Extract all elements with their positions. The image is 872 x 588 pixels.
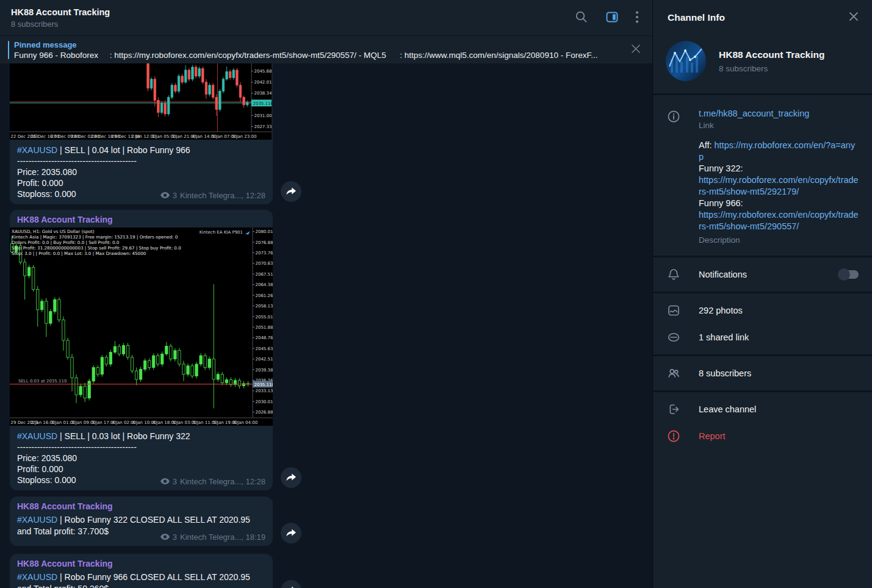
svg-text:2042.010: 2042.010: [254, 80, 272, 85]
notifications-row[interactable]: Notifications: [653, 261, 872, 288]
media-section: 292 photos 1 shared link: [653, 293, 872, 354]
forward-button[interactable]: [281, 523, 301, 543]
views-eye-icon: [160, 532, 170, 542]
menu-button[interactable]: [635, 10, 639, 26]
hashtag-link[interactable]: #XAUUSD: [17, 515, 57, 525]
svg-text:2080.010: 2080.010: [256, 229, 273, 234]
forward-button[interactable]: [281, 580, 301, 588]
channel-profile-texts: HK88 Account Tracking 8 subscribers: [719, 49, 824, 73]
message-bubble-4: HK88 Account Tracking #XAUUSD | Robo Fun…: [10, 554, 273, 588]
link-caption: Link: [699, 121, 859, 130]
panel-title: Channel Info: [668, 12, 848, 23]
svg-text:2058.135: 2058.135: [256, 304, 273, 309]
people-icon: [666, 366, 682, 381]
svg-text:XAUUSD, H1: Gold vs US Dollar: XAUUSD, H1: Gold vs US Dollar (spot): [12, 229, 95, 234]
separator-dashes: ----------------------------------------…: [17, 442, 265, 453]
forward-button[interactable]: [281, 467, 301, 488]
svg-text:2048.760: 2048.760: [256, 335, 273, 340]
forward-arrow-icon: [286, 584, 297, 588]
views-count: 3: [173, 191, 177, 200]
subscribers-row[interactable]: 8 subscribers: [653, 360, 872, 387]
svg-text:Kintech EA KIA P901: Kintech EA KIA P901: [200, 230, 243, 235]
svg-text:2039.385: 2039.385: [256, 368, 273, 373]
chat-pane: HK88 Account Tracking 8 subscribers: [0, 0, 652, 588]
chat-header: HK88 Account Tracking 8 subscribers: [0, 0, 652, 35]
notifications-toggle[interactable]: [839, 270, 859, 279]
chat-title: HK88 Account Tracking: [11, 7, 574, 17]
channel-author-name[interactable]: HK88 Account Tracking: [10, 210, 273, 228]
notifications-section: Notifications: [653, 257, 872, 292]
kebab-menu-icon: [635, 10, 639, 26]
svg-text:Orders Profit: 0.0 | Buy Profi: Orders Profit: 0.0 | Buy Profit: 0.0 | S…: [12, 240, 120, 245]
trade-chart-image-1[interactable]: 2045.6802042.0102038.3402031.0002027.330…: [10, 63, 273, 140]
shared-links-row[interactable]: 1 shared link: [653, 324, 872, 351]
message-footer: 3 Kintech Telegra..., 12:28: [160, 191, 265, 200]
chat-header-titles[interactable]: HK88 Account Tracking 8 subscribers: [11, 7, 574, 29]
views-count: 3: [173, 532, 177, 542]
channel-author-name[interactable]: HK88 Account Tracking: [10, 497, 273, 514]
info-icon: [666, 109, 682, 126]
svg-text:2067.510: 2067.510: [256, 272, 273, 277]
shared-links-label: 1 shared link: [699, 332, 749, 342]
svg-text:5 Jan 23:00: 5 Jan 23:00: [232, 134, 257, 139]
svg-text:2061.260: 2061.260: [256, 293, 273, 298]
message-bubble-3: HK88 Account Tracking #XAUUSD | Robo Fun…: [10, 497, 273, 546]
chat-header-actions: [574, 10, 643, 26]
svg-text:2070.635: 2070.635: [256, 261, 273, 266]
svg-text:SELL 0.03 at 2035.110: SELL 0.03 at 2035.110: [18, 379, 67, 384]
svg-text:2073.760: 2073.760: [256, 251, 273, 256]
channel-description: Aff: https://my.roboforex.com/en/?a=anyp…: [699, 140, 859, 246]
message-footer: 3 Kintech Telegra..., 12:28: [160, 477, 265, 486]
pinned-message-bar[interactable]: Pinned message Funny 966 - Roboforex : h…: [0, 35, 652, 63]
channel-link[interactable]: t.me/hk88_account_tracking: [699, 109, 859, 118]
aff-link[interactable]: https://my.roboforex.com/en/?a=anyp: [699, 140, 855, 162]
pinned-close-button[interactable]: [630, 43, 641, 56]
hashtag-link[interactable]: #XAUUSD: [17, 431, 57, 441]
link-row[interactable]: t.me/hk88_account_tracking Link Aff: htt…: [653, 102, 872, 246]
actions-section: Leave channel Report: [653, 392, 872, 453]
svg-text:Kintech Asia | Magic: 37091323: Kintech Asia | Magic: 37091323 | Free ma…: [12, 234, 178, 240]
telegram-app: HK88 Account Tracking 8 subscribers: [0, 0, 872, 588]
message-row: 2045.6802042.0102038.3402031.0002027.330…: [10, 63, 652, 204]
svg-text:2064.385: 2064.385: [256, 282, 273, 287]
toggle-knob: [838, 268, 850, 281]
report-row[interactable]: Report: [653, 423, 872, 450]
toggle-sidebar-button[interactable]: [605, 10, 619, 26]
photos-row[interactable]: 292 photos: [653, 297, 872, 324]
search-icon: [574, 10, 589, 26]
views-eye-icon: [160, 477, 170, 486]
trade-chart-image-2[interactable]: 2080.0102076.8852073.7602070.6352067.510…: [10, 228, 273, 426]
svg-text:2051.885: 2051.885: [256, 325, 273, 330]
profit-line: Profit: 0.000: [17, 177, 265, 188]
channel-author-name[interactable]: HK88 Account Tracking: [10, 554, 273, 572]
profit-line: Profit: 0.000: [17, 464, 265, 475]
price-line: Price: 2035.080: [17, 167, 265, 177]
svg-text:2076.885: 2076.885: [256, 240, 273, 245]
forward-button[interactable]: [281, 181, 301, 202]
funny966-link[interactable]: https://my.roboforex.com/en/copyfx/trade…: [699, 209, 859, 232]
svg-text:2042.510: 2042.510: [256, 357, 273, 362]
message-bubble-2: HK88 Account Tracking 2080.0102076.88520…: [10, 210, 273, 490]
link-texts: t.me/hk88_account_tracking Link Aff: htt…: [699, 109, 859, 246]
panel-close-button[interactable]: [848, 10, 860, 24]
svg-text:2035.110: 2035.110: [253, 101, 272, 106]
message-row: HK88 Account Tracking #XAUUSD | Robo Fun…: [10, 497, 652, 546]
hashtag-link[interactable]: #XAUUSD: [17, 145, 57, 155]
svg-text:2031.000: 2031.000: [254, 113, 272, 118]
leave-channel-label: Leave channel: [699, 404, 756, 414]
svg-text:Stop: 3.0 | | Profit: 0.0 | M: Stop: 3.0 | | Profit: 0.0 | Max Lot: 3.0…: [12, 251, 146, 256]
hashtag-link[interactable]: #XAUUSD: [17, 572, 57, 582]
message-meta: Kintech Telegra..., 12:28: [180, 477, 265, 486]
notifications-label: Notifications: [699, 270, 747, 279]
report-label: Report: [699, 431, 726, 441]
forward-arrow-icon: [286, 527, 297, 540]
search-button[interactable]: [574, 10, 589, 26]
leave-channel-row[interactable]: Leave channel: [653, 396, 872, 423]
close-icon: [848, 10, 860, 24]
svg-text:2055.010: 2055.010: [256, 315, 273, 320]
pinned-texts: Pinned message Funny 966 - Roboforex : h…: [14, 40, 623, 60]
channel-avatar[interactable]: [666, 41, 706, 81]
subscribers-label: 8 subscribers: [699, 368, 751, 378]
funny322-link[interactable]: https://my.roboforex.com/en/copyfx/trade…: [699, 174, 859, 198]
message-text: | SELL | 0.04 lot | Robo Funny 966: [57, 145, 190, 155]
